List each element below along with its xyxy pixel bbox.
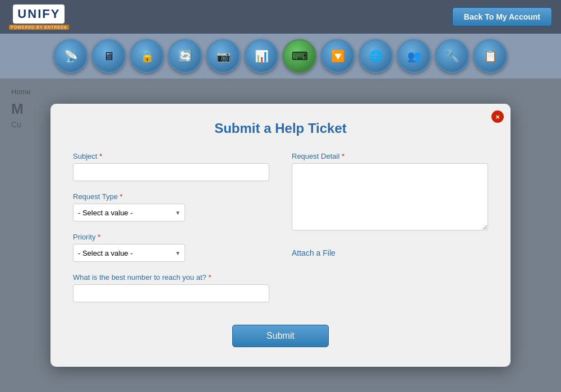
priority-label: Priority * — [73, 233, 269, 241]
subject-input[interactable] — [73, 163, 269, 181]
logo-text: UNIFY — [17, 7, 60, 21]
request-type-select-wrapper: - Select a value - ▼ — [73, 204, 185, 222]
priority-required: * — [98, 233, 100, 241]
main-content: Home M Cu × Submit a Help Ticket Subject… — [0, 79, 561, 392]
request-type-select[interactable]: - Select a value - — [73, 204, 185, 222]
request-detail-group: Request Detail * — [292, 152, 488, 233]
request-type-required: * — [120, 192, 123, 201]
modal-overlay: × Submit a Help Ticket Subject * — [0, 79, 561, 392]
terminal-icon[interactable]: ⌨ — [283, 39, 316, 73]
logo-subtitle: POWERED BY ENTREDA — [9, 25, 69, 30]
priority-select[interactable]: - Select a value - — [73, 244, 185, 262]
rss-icon[interactable]: 📡 — [54, 39, 88, 73]
sync-icon[interactable]: 🔄 — [168, 39, 202, 73]
request-detail-required: * — [342, 152, 344, 160]
priority-group: Priority * - Select a value - ▼ — [73, 233, 269, 262]
subject-required: * — [99, 152, 102, 160]
modal-left-column: Subject * Request Type * - Select a valu… — [73, 152, 269, 313]
users-icon[interactable]: 👥 — [397, 39, 431, 73]
request-type-label: Request Type * — [73, 192, 269, 201]
request-detail-label: Request Detail * — [292, 152, 488, 160]
subject-group: Subject * — [73, 152, 269, 181]
modal-title: Submit a Help Ticket — [73, 121, 488, 136]
phone-group: What is the best number to reach you at?… — [73, 273, 269, 302]
nav-bar: 📡 🖥 🔒 🔄 📷 📊 ⌨ 🔽 🌐 👥 🔧 📋 — [0, 34, 561, 79]
phone-input[interactable] — [73, 284, 269, 302]
filter-icon[interactable]: 🔽 — [321, 39, 355, 73]
logo-box: UNIFY — [13, 4, 65, 24]
priority-select-wrapper: - Select a value - ▼ — [73, 244, 185, 262]
submit-button[interactable]: Submit — [232, 325, 329, 347]
clipboard-icon[interactable]: 📋 — [473, 39, 507, 73]
vpn-icon[interactable]: 🔒 — [130, 39, 164, 73]
wrench-icon[interactable]: 🔧 — [435, 39, 469, 73]
camera-icon[interactable]: 📷 — [206, 39, 240, 73]
phone-required: * — [208, 273, 211, 282]
request-type-group: Request Type * - Select a value - ▼ — [73, 192, 269, 222]
attach-file-link[interactable]: Attach a File — [292, 248, 335, 257]
modal-body: Subject * Request Type * - Select a valu… — [73, 152, 488, 313]
header: UNIFY POWERED BY ENTREDA Back To My Acco… — [0, 0, 561, 34]
phone-label: What is the best number to reach you at?… — [73, 273, 269, 282]
monitor-icon[interactable]: 📊 — [245, 39, 278, 73]
back-to-account-button[interactable]: Back To My Account — [452, 7, 552, 26]
modal-close-button[interactable]: × — [491, 110, 504, 123]
modal-dialog: × Submit a Help Ticket Subject * — [50, 104, 511, 367]
logo-area: UNIFY POWERED BY ENTREDA — [9, 4, 69, 30]
request-detail-textarea[interactable] — [292, 163, 488, 230]
modal-right-column: Request Detail * Attach a File — [292, 152, 488, 313]
subject-label: Subject * — [73, 152, 269, 160]
modal-footer: Submit — [73, 325, 488, 347]
network-icon[interactable]: 🖥 — [92, 39, 126, 73]
globe-icon[interactable]: 🌐 — [359, 39, 393, 73]
